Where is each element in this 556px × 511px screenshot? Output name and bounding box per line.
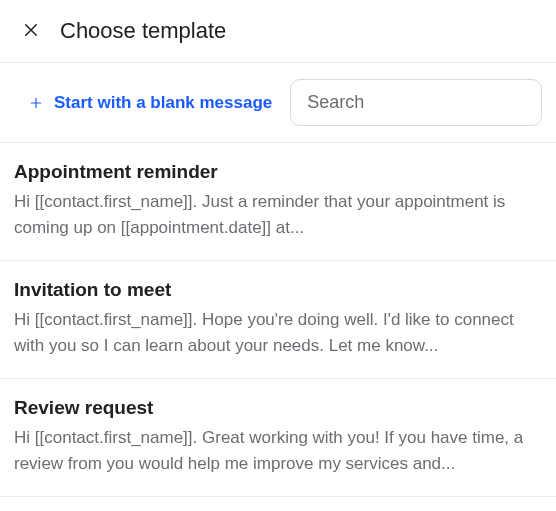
search-wrap: [290, 79, 542, 126]
template-title: Appointment reminder: [14, 161, 542, 183]
search-input[interactable]: [290, 79, 542, 126]
close-icon: [22, 21, 40, 42]
template-item[interactable]: Appointment reminder Hi [[contact.first_…: [0, 142, 556, 261]
template-list: Appointment reminder Hi [[contact.first_…: [0, 142, 556, 497]
template-item[interactable]: Review request Hi [[contact.first_name]]…: [0, 379, 556, 497]
close-button[interactable]: [20, 20, 42, 42]
template-title: Review request: [14, 397, 542, 419]
template-title: Invitation to meet: [14, 279, 542, 301]
start-blank-button[interactable]: Start with a blank message: [28, 85, 272, 121]
template-item[interactable]: Invitation to meet Hi [[contact.first_na…: [0, 261, 556, 379]
template-preview: Hi [[contact.first_name]]. Hope you're d…: [14, 307, 542, 358]
start-blank-label: Start with a blank message: [54, 93, 272, 113]
modal-title: Choose template: [60, 18, 226, 44]
modal-header: Choose template: [0, 0, 556, 63]
toolbar: Start with a blank message: [0, 63, 556, 142]
template-preview: Hi [[contact.first_name]]. Great working…: [14, 425, 542, 476]
plus-icon: [28, 95, 44, 111]
template-preview: Hi [[contact.first_name]]. Just a remind…: [14, 189, 542, 240]
